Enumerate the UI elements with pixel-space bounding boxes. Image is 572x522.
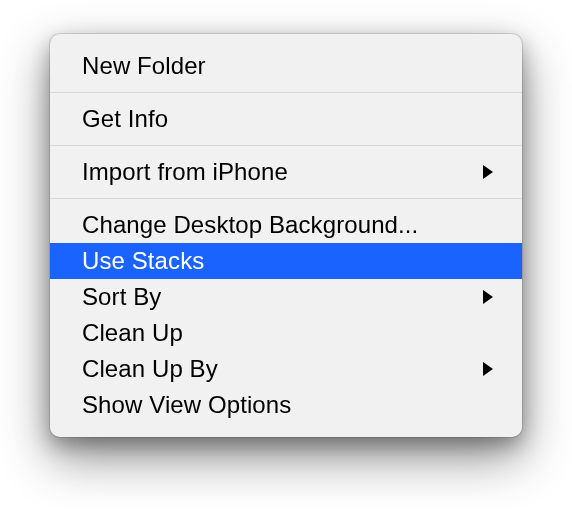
menu-item-get-info[interactable]: Get Info <box>50 101 522 137</box>
menu-item-label: Clean Up <box>82 315 494 351</box>
submenu-arrow-icon <box>482 361 494 377</box>
context-menu: New Folder Get Info Import from iPhone C… <box>50 34 522 437</box>
menu-item-label: Clean Up By <box>82 351 470 387</box>
menu-top-spacer <box>50 40 522 48</box>
menu-item-clean-up-by[interactable]: Clean Up By <box>50 351 522 387</box>
menu-bottom-spacer <box>50 423 522 431</box>
menu-item-label: Show View Options <box>82 387 494 423</box>
menu-item-use-stacks[interactable]: Use Stacks <box>50 243 522 279</box>
menu-item-label: Get Info <box>82 101 494 137</box>
menu-item-label: Change Desktop Background... <box>82 207 494 243</box>
menu-item-label: Sort By <box>82 279 470 315</box>
menu-separator <box>50 198 522 199</box>
submenu-arrow-icon <box>482 164 494 180</box>
menu-item-show-view-options[interactable]: Show View Options <box>50 387 522 423</box>
menu-item-label: Import from iPhone <box>82 154 470 190</box>
menu-item-change-desktop-background[interactable]: Change Desktop Background... <box>50 207 522 243</box>
menu-item-import-from-iphone[interactable]: Import from iPhone <box>50 154 522 190</box>
menu-item-new-folder[interactable]: New Folder <box>50 48 522 84</box>
menu-item-label: New Folder <box>82 48 494 84</box>
menu-item-clean-up[interactable]: Clean Up <box>50 315 522 351</box>
menu-item-sort-by[interactable]: Sort By <box>50 279 522 315</box>
menu-item-label: Use Stacks <box>82 243 494 279</box>
submenu-arrow-icon <box>482 289 494 305</box>
menu-separator <box>50 92 522 93</box>
menu-separator <box>50 145 522 146</box>
